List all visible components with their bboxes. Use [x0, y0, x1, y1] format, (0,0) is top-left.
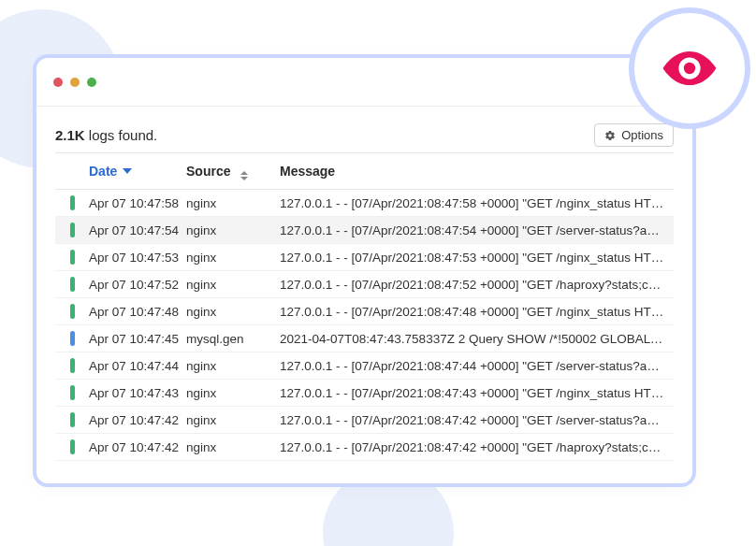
cell-date: Apr 07 10:47:44: [89, 359, 186, 373]
cell-source: nginx: [186, 223, 280, 237]
table-row[interactable]: Apr 07 10:47:58nginx127.0.0.1 - - [07/Ap…: [55, 190, 674, 217]
table-row[interactable]: Apr 07 10:47:42nginx127.0.0.1 - - [07/Ap…: [55, 407, 674, 434]
log-window: 2.1K logs found. Options Date Source Mes…: [36, 58, 692, 483]
cell-source: nginx: [186, 413, 280, 427]
cell-date: Apr 07 10:47:54: [89, 223, 186, 237]
table-row[interactable]: Apr 07 10:47:48nginx127.0.0.1 - - [07/Ap…: [55, 298, 674, 325]
cell-source: nginx: [186, 386, 280, 400]
window-titlebar: [36, 58, 692, 107]
cell-message: 127.0.0.1 - - [07/Apr/2021:08:47:52 +000…: [280, 278, 674, 292]
severity-pill-cell: [55, 304, 89, 319]
severity-pill-cell: [55, 195, 89, 210]
toolbar: 2.1K logs found. Options: [36, 107, 692, 152]
cell-message: 127.0.0.1 - - [07/Apr/2021:08:47:54 +000…: [280, 223, 674, 237]
cell-date: Apr 07 10:47:45: [89, 332, 186, 346]
severity-pill-cell: [55, 412, 89, 427]
severity-pill-cell: [55, 223, 89, 237]
cell-source: nginx: [186, 359, 280, 373]
cell-source: nginx: [186, 305, 280, 319]
table-row[interactable]: Apr 07 10:47:43nginx127.0.0.1 - - [07/Ap…: [55, 380, 674, 407]
severity-pill-cell: [55, 331, 89, 346]
severity-pill: [70, 439, 75, 454]
severity-pill: [70, 304, 75, 319]
cell-message: 127.0.0.1 - - [07/Apr/2021:08:47:44 +000…: [280, 359, 674, 373]
table-row[interactable]: Apr 07 10:47:44nginx127.0.0.1 - - [07/Ap…: [55, 352, 674, 380]
severity-pill: [70, 277, 75, 292]
cell-date: Apr 07 10:47:48: [89, 305, 186, 319]
severity-pill-cell: [55, 250, 89, 265]
severity-pill-cell: [55, 277, 89, 292]
severity-pill: [70, 412, 75, 427]
column-header-date[interactable]: Date: [55, 164, 186, 179]
table-header: Date Source Message: [55, 152, 674, 190]
severity-pill: [70, 250, 75, 265]
severity-pill: [70, 223, 75, 237]
column-header-date-label: Date: [89, 164, 117, 179]
table-row[interactable]: Apr 07 10:47:45mysql.gen2021-04-07T08:47…: [55, 325, 674, 352]
cell-date: Apr 07 10:47:42: [89, 440, 186, 454]
options-label: Options: [621, 128, 663, 142]
severity-pill-cell: [55, 358, 89, 373]
severity-pill: [70, 358, 75, 373]
gear-icon: [604, 130, 616, 141]
cell-date: Apr 07 10:47:58: [89, 196, 186, 210]
table-row[interactable]: Apr 07 10:47:53nginx127.0.0.1 - - [07/Ap…: [55, 244, 674, 271]
table-row[interactable]: Apr 07 10:47:54nginx127.0.0.1 - - [07/Ap…: [55, 217, 674, 244]
cell-source: nginx: [186, 278, 280, 292]
log-count-suffix: logs found.: [85, 127, 158, 143]
cell-source: nginx: [186, 251, 280, 265]
cell-source: nginx: [186, 440, 280, 454]
cell-message: 127.0.0.1 - - [07/Apr/2021:08:47:42 +000…: [280, 440, 674, 454]
svg-point-1: [684, 63, 695, 74]
minimize-dot[interactable]: [70, 78, 80, 87]
cell-date: Apr 07 10:47:42: [89, 413, 186, 427]
cell-date: Apr 07 10:47:52: [89, 278, 186, 292]
severity-pill-cell: [55, 439, 89, 454]
log-count: 2.1K: [55, 127, 85, 143]
close-dot[interactable]: [53, 78, 63, 87]
cell-message: 127.0.0.1 - - [07/Apr/2021:08:47:58 +000…: [280, 196, 674, 210]
cell-message: 2021-04-07T08:47:43.758337Z 2 Query SHOW…: [280, 332, 674, 346]
eye-badge: [634, 13, 745, 123]
cell-source: mysql.gen: [186, 332, 280, 346]
log-table: Date Source Message Apr 07 10:47:58nginx…: [36, 152, 692, 461]
column-header-message[interactable]: Message: [280, 164, 674, 179]
column-header-source-label: Source: [186, 164, 230, 179]
severity-pill: [70, 195, 75, 210]
logs-found-text: 2.1K logs found.: [55, 127, 157, 143]
severity-pill: [70, 385, 75, 400]
cell-date: Apr 07 10:47:53: [89, 251, 186, 265]
column-header-source[interactable]: Source: [186, 164, 280, 179]
severity-pill: [70, 331, 75, 346]
cell-source: nginx: [186, 196, 280, 210]
table-row[interactable]: Apr 07 10:47:52nginx127.0.0.1 - - [07/Ap…: [55, 271, 674, 298]
sort-desc-icon: [123, 168, 132, 174]
cell-message: 127.0.0.1 - - [07/Apr/2021:08:47:42 +000…: [280, 413, 674, 427]
severity-pill-cell: [55, 385, 89, 400]
column-header-message-label: Message: [280, 164, 335, 179]
options-button[interactable]: Options: [594, 123, 674, 147]
maximize-dot[interactable]: [87, 78, 96, 87]
eye-icon: [661, 39, 719, 97]
cell-message: 127.0.0.1 - - [07/Apr/2021:08:47:43 +000…: [280, 386, 674, 400]
table-row[interactable]: Apr 07 10:47:42nginx127.0.0.1 - - [07/Ap…: [55, 434, 674, 461]
cell-message: 127.0.0.1 - - [07/Apr/2021:08:47:48 +000…: [280, 305, 674, 319]
cell-message: 127.0.0.1 - - [07/Apr/2021:08:47:53 +000…: [280, 251, 674, 265]
cell-date: Apr 07 10:47:43: [89, 386, 186, 400]
